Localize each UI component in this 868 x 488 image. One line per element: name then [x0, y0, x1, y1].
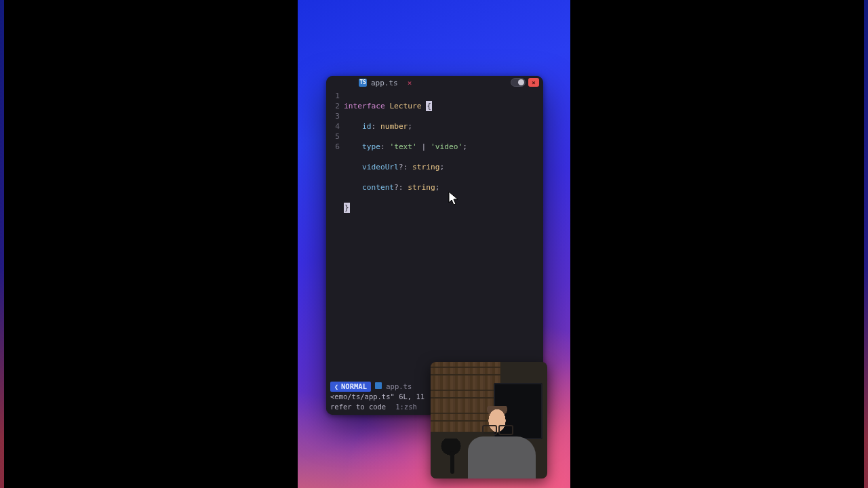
- file-tab[interactable]: TS app.ts ×: [359, 79, 412, 87]
- code-area[interactable]: 1 2 3 4 5 6 interface Lecture { id: numb…: [326, 89, 543, 233]
- file-icon: [375, 382, 382, 389]
- cursor-brace: }: [344, 203, 350, 213]
- status-process: 1:zsh: [395, 402, 417, 412]
- titlebar: TS app.ts × ×: [326, 76, 543, 89]
- code-line: type: 'text' | 'video';: [344, 142, 467, 152]
- cursor-brace: {: [426, 101, 432, 111]
- tab-close-icon[interactable]: ×: [408, 79, 412, 87]
- typescript-icon: TS: [359, 79, 367, 87]
- line-number: 6: [326, 142, 340, 152]
- column-pad-left: [57, 0, 298, 488]
- status-session-name: refer to code: [330, 402, 386, 412]
- phone-frame: TS app.ts × × 1 2 3 4 5 6 inte: [298, 0, 570, 488]
- line-number: 2: [326, 101, 340, 111]
- line-number: 1: [326, 91, 340, 101]
- webcam-microphone: [437, 439, 465, 476]
- code-line: interface Lecture {: [344, 101, 467, 111]
- center-column: TS app.ts × × 1 2 3 4 5 6 inte: [57, 0, 811, 488]
- column-pad-right: [570, 0, 811, 488]
- line-number-gutter: 1 2 3 4 5 6: [326, 91, 344, 233]
- vim-mode-text: NORMAL: [341, 382, 367, 392]
- webcam-overlay: [431, 362, 547, 479]
- webcam-glasses: [482, 425, 513, 433]
- status-filename: app.ts: [386, 382, 412, 390]
- status-path-line: <emo/ts/app.ts" 6L, 11: [330, 392, 425, 402]
- letterbox-left: [0, 0, 57, 488]
- tab-filename: app.ts: [371, 79, 398, 87]
- code-content: interface Lecture { id: number; type: 't…: [344, 91, 467, 233]
- line-number: 5: [326, 131, 340, 142]
- code-line: content?: string;: [344, 182, 467, 192]
- letterbox-right: [811, 0, 868, 488]
- line-number: 3: [326, 111, 340, 121]
- chevron-left-icon: ❮: [334, 382, 338, 392]
- window-close-button[interactable]: ×: [528, 78, 539, 87]
- window-controls: ×: [511, 78, 539, 87]
- line-number: 4: [326, 121, 340, 131]
- theme-toggle[interactable]: [511, 78, 526, 87]
- code-line: }: [344, 203, 467, 213]
- status-file: app.ts: [375, 382, 412, 392]
- code-line: videoUrl?: string;: [344, 162, 467, 172]
- vim-mode-indicator: ❮ NORMAL: [330, 382, 371, 392]
- code-line: id: number;: [344, 121, 467, 131]
